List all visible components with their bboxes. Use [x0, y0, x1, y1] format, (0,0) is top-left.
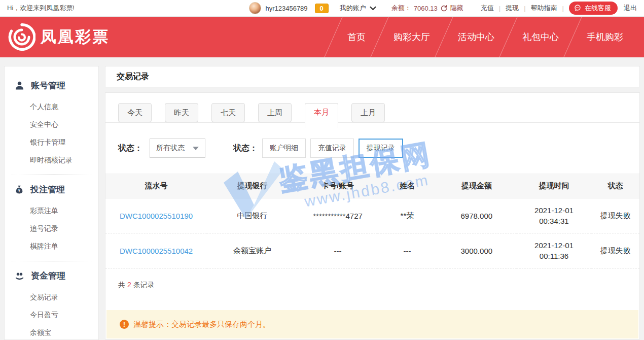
- nav-item-lottery-hall[interactable]: 购彩大厅: [380, 31, 444, 43]
- date-text: 2021-12-01: [517, 240, 591, 251]
- tab-last-month[interactable]: 上月: [351, 103, 385, 122]
- filter-recharge-records-button[interactable]: 充值记录: [310, 139, 354, 158]
- col-card-account: 卡号/账号: [298, 174, 378, 198]
- refresh-icon[interactable]: [440, 5, 448, 12]
- date-text: 2021-12-01: [517, 205, 591, 216]
- sidebar-group-title: 投注管理: [30, 184, 65, 195]
- col-withdraw-amount: 提现金额: [437, 174, 517, 198]
- sidebar-item-yuebao[interactable]: 余额宝: [30, 324, 98, 340]
- nav-item-activity-center[interactable]: 活动中心: [444, 31, 508, 43]
- my-account-dropdown[interactable]: 我的账户: [340, 4, 376, 13]
- status-dropdown-value: 所有状态: [156, 144, 185, 153]
- sidebar-group-funds: 资金管理: [5, 270, 98, 282]
- tab-seven-days[interactable]: 七天: [211, 103, 245, 122]
- brand-logo[interactable]: 凤凰彩票: [8, 23, 110, 51]
- name-cell: **荣: [378, 198, 437, 233]
- sidebar-item-audit-records[interactable]: 即时稽核记录: [30, 151, 98, 169]
- phoenix-swirl-icon: [8, 23, 35, 51]
- sidebar-item-lottery-orders[interactable]: 彩票注单: [30, 202, 98, 220]
- balance-group: 余额： 7060.13 隐藏: [391, 4, 463, 13]
- status-dropdown[interactable]: 所有状态: [150, 139, 205, 158]
- status-filter-label: 状态：: [118, 143, 142, 154]
- bank-cell: 余额宝账户: [207, 233, 298, 268]
- user-avatar[interactable]: [249, 2, 261, 14]
- col-withdraw-time: 提现时间: [517, 174, 591, 198]
- records-panel: 今天 昨天 七天 上周 本月 上月 状态： 所有状态 状态： 账户明细 充值记录…: [105, 92, 640, 339]
- bank-cell: 中国银行: [207, 198, 298, 233]
- sidebar-item-security-center[interactable]: 安全中心: [30, 116, 98, 133]
- top-links: 充值 | 提现 | 帮助指南 |: [481, 4, 569, 13]
- greeting-text: Hi，欢迎来到凤凰彩票!: [7, 4, 249, 13]
- tab-last-week[interactable]: 上周: [258, 103, 292, 122]
- balance-value: 7060.13: [414, 5, 438, 12]
- divider: [12, 261, 91, 261]
- time-cell: 2021-12-01 00:11:36: [517, 233, 591, 268]
- amount-cell: 6978.000: [437, 198, 517, 233]
- chevron-down-icon: [370, 6, 376, 10]
- transactions-table: 流水号 提现银行 卡号/账号 姓名 提现金额 提现时间 状态 DWC100002…: [105, 174, 639, 268]
- nav-item-mobile[interactable]: 手机购彩: [573, 31, 637, 43]
- top-utility-bar: Hi，欢迎来到凤凰彩票! hyr123456789 0 我的账户 余额： 706…: [0, 0, 644, 17]
- funds-icon: [15, 271, 24, 281]
- page-title: 交易记录: [105, 66, 640, 87]
- table-row: DWC1000025510190 中国银行 ***********4727 **…: [105, 198, 639, 233]
- caret-down-icon: [193, 147, 199, 150]
- tab-this-month[interactable]: 本月: [305, 103, 338, 128]
- time-text: 00:11:36: [517, 251, 591, 261]
- headset-chat-icon: [574, 4, 582, 12]
- records-count: 共2条记录: [105, 268, 639, 302]
- warning-icon: !: [120, 320, 129, 329]
- balance-label: 余额：: [391, 4, 411, 13]
- withdraw-link[interactable]: 提现: [506, 4, 519, 13]
- col-serial-number: 流水号: [105, 174, 207, 198]
- nav-item-gift-center[interactable]: 礼包中心: [509, 31, 573, 43]
- amount-cell: 3000.000: [437, 233, 517, 268]
- sidebar-item-board-game-orders[interactable]: 棋牌注单: [30, 237, 98, 255]
- moneybag-icon: ¥: [15, 185, 24, 194]
- username-text: hyr123456789: [265, 5, 307, 12]
- sidebar-group-title: 资金管理: [31, 270, 65, 282]
- status-cell: 提现失败: [591, 233, 639, 268]
- table-header-row: 流水号 提现银行 卡号/账号 姓名 提现金额 提现时间 状态: [105, 174, 639, 198]
- filter-withdraw-records-button[interactable]: 提现记录: [359, 139, 403, 158]
- card-cell: ***********4727: [298, 198, 378, 233]
- tab-today[interactable]: 今天: [118, 103, 152, 122]
- divider: |: [524, 5, 525, 12]
- sidebar-item-today-profit-loss[interactable]: 今日盈亏: [30, 306, 98, 324]
- message-count-badge[interactable]: 0: [315, 4, 329, 13]
- brand-name: 凤凰彩票: [41, 26, 110, 48]
- sidebar-group-betting: ¥ 投注管理: [5, 184, 98, 195]
- date-range-tabs: 今天 昨天 七天 上周 本月 上月: [105, 93, 639, 123]
- filter-account-detail-button[interactable]: 账户明细: [262, 139, 306, 158]
- col-status: 状态: [591, 174, 639, 198]
- sidebar-group-account: 账号管理: [5, 80, 98, 91]
- main-nav: 首页 购彩大厅 活动中心 礼包中心 手机购彩: [333, 17, 644, 57]
- sidebar-item-bank-card[interactable]: 银行卡管理: [30, 133, 98, 151]
- col-withdraw-bank: 提现银行: [207, 174, 298, 198]
- nav-item-home[interactable]: 首页: [334, 31, 379, 43]
- online-service-label: 在线客服: [585, 4, 611, 13]
- online-service-button[interactable]: 在线客服: [569, 2, 618, 15]
- logout-link[interactable]: 退出: [624, 4, 637, 13]
- serial-number-link[interactable]: DWC1000025510190: [105, 198, 207, 233]
- time-cell: 2021-12-01 00:34:31: [517, 198, 591, 233]
- sidebar-item-chase-records[interactable]: 追号记录: [30, 220, 98, 237]
- user-icon: [15, 81, 24, 90]
- type-filter-label: 状态：: [233, 143, 258, 154]
- recharge-link[interactable]: 充值: [481, 4, 494, 13]
- status-cell: 提现失败: [591, 198, 639, 233]
- count-prefix: 共: [118, 281, 125, 289]
- sidebar-item-transaction-records[interactable]: 交易记录: [30, 288, 98, 306]
- sidebar-item-personal-info[interactable]: 个人信息: [30, 98, 98, 116]
- sidebar: 账号管理 个人信息 安全中心 银行卡管理 即时稽核记录 ¥ 投注管理 彩票注单 …: [4, 66, 99, 340]
- table-row: DWC1000025510042 余额宝账户 --- --- 3000.000 …: [105, 233, 639, 268]
- tab-yesterday[interactable]: 昨天: [165, 103, 198, 122]
- divider: [12, 175, 91, 175]
- my-account-label: 我的账户: [340, 4, 366, 13]
- hide-balance-link[interactable]: 隐藏: [450, 4, 463, 13]
- serial-number-link[interactable]: DWC1000025510042: [105, 233, 207, 268]
- notice-banner: ! 温馨提示：交易记录最多只保存两个月。: [106, 310, 638, 338]
- filter-row: 状态： 所有状态 状态： 账户明细 充值记录 提现记录: [105, 123, 639, 174]
- help-guide-link[interactable]: 帮助指南: [531, 4, 557, 13]
- brand-header: 凤凰彩票 首页 购彩大厅 活动中心 礼包中心 手机购彩: [0, 17, 644, 57]
